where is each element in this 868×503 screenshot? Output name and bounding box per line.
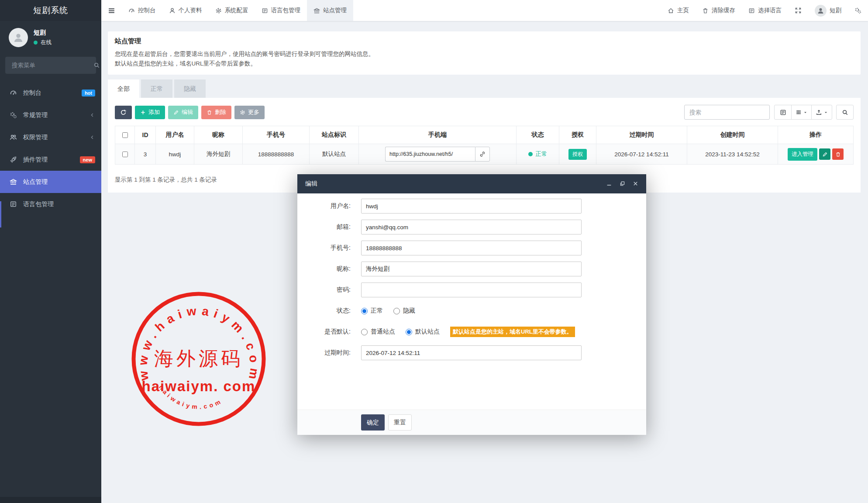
default-site-note: 默认站点是您的主站，域名URL里不会带参数。	[450, 327, 575, 337]
row-edit-button[interactable]	[819, 148, 830, 160]
expire-time-field[interactable]	[361, 345, 582, 360]
expand-icon	[795, 7, 802, 14]
sidebar-user-block: 短剧 在线	[0, 21, 101, 52]
copy-link-button[interactable]	[475, 147, 490, 162]
select-all-checkbox[interactable]	[122, 132, 128, 138]
more-button[interactable]: 更多	[234, 106, 265, 119]
status-option-hidden[interactable]: 隐藏	[393, 307, 415, 315]
confirm-button[interactable]: 确定	[361, 414, 385, 431]
cell-nickname: 海外短剧	[194, 144, 243, 165]
refresh-button[interactable]	[115, 106, 132, 119]
authorize-button[interactable]: 授权	[568, 149, 587, 160]
row-delete-button[interactable]	[832, 148, 844, 160]
sidebar-item-dashboard[interactable]: 控制台 hot	[0, 82, 101, 104]
status-normal-radio[interactable]	[361, 308, 368, 314]
phone-field[interactable]	[361, 241, 582, 255]
user-name: 短剧	[34, 29, 52, 37]
pencil-icon	[173, 110, 179, 115]
sidebar: 短剧系统 短剧 在线 控制台 hot 常规管理 权限管理 插件管理	[0, 0, 101, 503]
status-option-normal[interactable]: 正常	[361, 307, 383, 315]
page-title: 站点管理	[115, 37, 854, 45]
normal-site-radio[interactable]	[361, 329, 368, 335]
row-checkbox[interactable]	[122, 152, 128, 157]
tab-hidden[interactable]: 隐藏	[174, 79, 206, 98]
filter-tabs: 全部 正常 隐藏	[108, 79, 861, 98]
sidebar-item-addon[interactable]: 插件管理 new	[0, 148, 101, 171]
clear-cache-button[interactable]: 清除缓存	[696, 0, 742, 21]
maximize-icon[interactable]	[620, 181, 625, 187]
menu-toggle-button[interactable]	[101, 0, 122, 21]
email-label: 邮箱:	[297, 223, 361, 231]
mobile-url-input[interactable]	[385, 147, 475, 162]
chevron-left-icon	[90, 134, 95, 140]
tab-all[interactable]: 全部	[108, 79, 139, 98]
cell-auth: 授权	[559, 144, 596, 165]
sidebar-bottom-strip	[0, 497, 101, 503]
topnav-item-dashboard[interactable]: 控制台	[122, 0, 162, 21]
grid-icon	[796, 109, 802, 115]
fullscreen-button[interactable]	[788, 0, 808, 21]
table-search-input[interactable]	[684, 105, 770, 120]
username-field[interactable]	[361, 199, 582, 214]
tab-normal[interactable]: 正常	[141, 79, 172, 98]
sidebar-search-input[interactable]	[11, 62, 90, 69]
sidebar-scrollbar[interactable]	[0, 201, 1, 227]
sidebar-item-langpack[interactable]: 语言包管理	[0, 193, 101, 215]
user-avatar[interactable]	[9, 28, 28, 47]
reset-button[interactable]: 重置	[388, 414, 412, 431]
topnav-item-config[interactable]: 系统配置	[209, 0, 255, 21]
export-button[interactable]	[811, 105, 832, 120]
topnav-item-langpack[interactable]: 语言包管理	[255, 0, 307, 21]
modal-header[interactable]: 编辑	[297, 174, 646, 193]
cell-expire: 2026-07-12 14:52:11	[596, 144, 687, 165]
delete-button[interactable]: 删除	[201, 106, 231, 119]
status-dot-icon	[528, 152, 533, 156]
default-option-default-site[interactable]: 默认站点	[406, 328, 440, 336]
gauge-icon	[128, 7, 135, 14]
user-menu[interactable]: 短剧	[808, 0, 848, 21]
minimize-icon[interactable]	[606, 181, 612, 187]
status-badge: 正常	[528, 150, 548, 158]
select-language-button[interactable]: 选择语言	[742, 0, 788, 21]
header-auth: 授权	[559, 126, 596, 144]
topnav: 控制台 个人资料 系统配置 语言包管理 站点管理 主页 清除缓存 选择语言	[101, 0, 868, 21]
password-field[interactable]	[361, 283, 582, 297]
header-actions: 操作	[778, 126, 854, 144]
cell-phone: 18888888888	[243, 144, 310, 165]
header-site-flag: 站点标识	[310, 126, 359, 144]
toolbar: 添加 编辑 删除 更多	[115, 105, 854, 120]
detail-view-button[interactable]	[774, 105, 792, 120]
link-icon	[479, 151, 486, 157]
modal-footer: 确定 重置	[297, 410, 646, 435]
home-icon	[668, 7, 674, 14]
pencil-icon	[822, 152, 828, 157]
topnav-item-profile[interactable]: 个人资料	[162, 0, 209, 21]
bank-icon	[313, 7, 320, 14]
sidebar-item-auth[interactable]: 权限管理	[0, 126, 101, 148]
default-option-normal-site[interactable]: 普通站点	[361, 328, 395, 336]
app-title: 短剧系统	[0, 0, 101, 21]
nickname-field[interactable]	[361, 262, 582, 276]
book-icon	[10, 200, 17, 208]
edit-modal: 编辑 用户名: 邮箱: 手机号: 昵称: 密码: 状态: 正	[297, 174, 646, 435]
edit-button[interactable]: 编辑	[168, 106, 198, 119]
status-hidden-radio[interactable]	[393, 308, 400, 314]
sidebar-item-site[interactable]: 站点管理	[0, 171, 101, 193]
caret-down-icon	[803, 110, 807, 114]
home-button[interactable]: 主页	[661, 0, 696, 21]
default-site-radio[interactable]	[406, 329, 412, 335]
trash-icon	[207, 110, 212, 115]
close-icon[interactable]	[633, 181, 638, 187]
email-field[interactable]	[361, 220, 582, 234]
topnav-item-site[interactable]: 站点管理	[307, 0, 353, 21]
enter-manage-button[interactable]: 进入管理	[788, 148, 817, 161]
columns-button[interactable]	[791, 105, 812, 120]
user-status: 在线	[34, 39, 52, 46]
settings-button[interactable]	[848, 0, 868, 21]
sidebar-item-general[interactable]: 常规管理	[0, 104, 101, 126]
add-button[interactable]: 添加	[135, 106, 165, 119]
header-username: 用户名	[156, 126, 194, 144]
status-label: 状态:	[297, 307, 361, 315]
search-button[interactable]	[836, 105, 854, 120]
table-row: 3 hwdj 海外短剧 18888888888 默认站点 正常 授权 2026-…	[115, 144, 854, 165]
